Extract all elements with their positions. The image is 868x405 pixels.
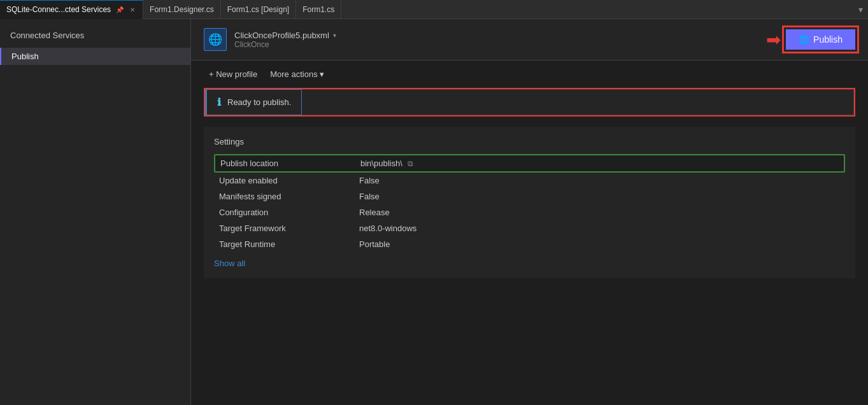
header-left: 🌐 ClickOnceProfile5.pubxml ▾ ClickOnce	[204, 28, 336, 51]
status-bar: ℹ Ready to publish.	[204, 88, 855, 117]
profile-name: ClickOnceProfile5.pubxml	[234, 31, 329, 40]
more-actions-label: More actions ▾	[270, 69, 324, 79]
settings-key-publish-location: Publish location	[220, 159, 360, 168]
status-text: Ready to publish.	[227, 97, 291, 107]
tab-overflow-button[interactable]: ▾	[853, 4, 868, 15]
sidebar-item-publish-label: Publish	[11, 52, 39, 61]
status-info: ℹ Ready to publish.	[205, 89, 302, 115]
sidebar-item-publish[interactable]: Publish	[0, 48, 190, 65]
status-extension	[302, 89, 854, 115]
settings-title: Settings	[214, 137, 845, 146]
tab-form1cs[interactable]: Form1.cs	[296, 0, 341, 19]
red-arrow-icon: ➡	[766, 29, 781, 50]
sidebar-title: Connected Services	[0, 25, 190, 48]
settings-value-configuration: Release	[359, 208, 390, 217]
settings-row-publish-location: Publish location bin\publish\ ⧉	[214, 154, 845, 173]
settings-key-update-enabled: Update enabled	[219, 176, 359, 185]
tab-form1design[interactable]: Form1.cs [Design]	[221, 0, 296, 19]
tab-form1cs-label: Form1.cs	[302, 5, 334, 14]
settings-row-target-runtime: Target Runtime Portable	[214, 236, 845, 252]
settings-value-update-enabled: False	[359, 176, 380, 185]
publish-btn-label: Publish	[813, 34, 843, 45]
profile-icon: 🌐	[204, 28, 227, 51]
settings-value-manifests-signed: False	[359, 192, 380, 201]
new-profile-button[interactable]: + New profile	[204, 67, 262, 82]
sidebar: Connected Services Publish	[0, 19, 191, 405]
arrow-container: ➡ 🌐 Publish	[766, 29, 855, 50]
tab-sqlite-pin[interactable]: 📌	[115, 6, 125, 13]
tab-form1design-label: Form1.cs [Design]	[227, 5, 289, 14]
settings-key-manifests-signed: Manifests signed	[219, 192, 359, 201]
profile-dropdown-arrow[interactable]: ▾	[333, 32, 336, 39]
header-text: ClickOnceProfile5.pubxml ▾ ClickOnce	[234, 31, 336, 49]
settings-value-target-runtime: Portable	[359, 239, 390, 249]
tab-form1designer-label: Form1.Designer.cs	[150, 5, 214, 14]
publish-btn-icon: 🌐	[799, 34, 809, 45]
tab-sqlite[interactable]: SQLite-Connec...cted Services 📌 ✕	[0, 0, 143, 19]
settings-row-target-framework: Target Framework net8.0-windows	[214, 220, 845, 236]
new-profile-label: + New profile	[209, 69, 257, 79]
settings-key-target-framework: Target Framework	[219, 224, 359, 233]
content-area: 🌐 ClickOnceProfile5.pubxml ▾ ClickOnce ➡…	[191, 19, 868, 405]
publish-button[interactable]: 🌐 Publish	[786, 29, 855, 50]
settings-key-configuration: Configuration	[219, 208, 359, 217]
tab-sqlite-label: SQLite-Connec...cted Services	[6, 5, 111, 14]
content-header: 🌐 ClickOnceProfile5.pubxml ▾ ClickOnce ➡…	[191, 19, 868, 60]
settings-section: Settings Publish location bin\publish\ ⧉…	[204, 127, 855, 278]
tab-bar: SQLite-Connec...cted Services 📌 ✕ Form1.…	[0, 0, 868, 19]
profile-name-row: ClickOnceProfile5.pubxml ▾	[234, 31, 336, 40]
main-layout: Connected Services Publish 🌐 ClickOncePr…	[0, 19, 868, 405]
publish-location-value: bin\publish\	[360, 159, 402, 168]
toolbar: + New profile More actions ▾	[191, 60, 868, 88]
settings-row-configuration: Configuration Release	[214, 204, 845, 220]
more-actions-button[interactable]: More actions ▾	[265, 67, 329, 82]
copy-publish-location-icon[interactable]: ⧉	[408, 159, 413, 168]
settings-row-manifests-signed: Manifests signed False	[214, 188, 845, 204]
settings-key-target-runtime: Target Runtime	[219, 239, 359, 249]
info-icon: ℹ	[217, 96, 221, 108]
profile-subtitle: ClickOnce	[234, 40, 336, 49]
settings-value-publish-location: bin\publish\ ⧉	[360, 159, 413, 168]
show-all-link[interactable]: Show all	[214, 259, 245, 268]
tab-sqlite-close[interactable]: ✕	[129, 6, 136, 13]
settings-row-update-enabled: Update enabled False	[214, 173, 845, 188]
settings-value-target-framework: net8.0-windows	[359, 224, 416, 233]
globe-icon: 🌐	[208, 32, 222, 46]
tab-form1designer[interactable]: Form1.Designer.cs	[143, 0, 221, 19]
